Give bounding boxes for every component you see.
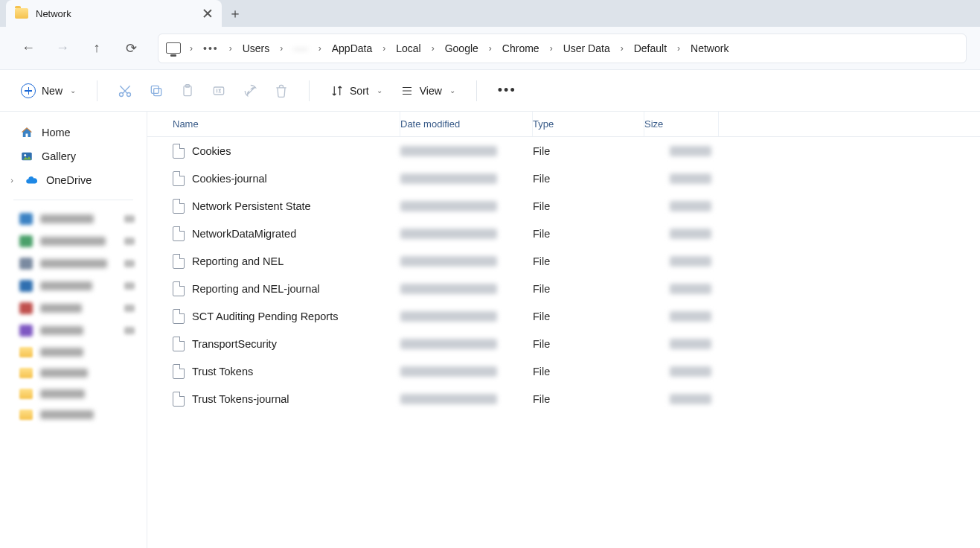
share-button[interactable] <box>236 77 264 105</box>
sidebar-item-redacted[interactable] <box>4 297 142 319</box>
chevron-right-icon[interactable]: › <box>275 43 287 54</box>
sidebar-item-redacted[interactable] <box>4 363 142 383</box>
delete-button[interactable] <box>267 77 295 105</box>
file-type: File <box>533 200 550 212</box>
column-name[interactable]: Name ⌃ <box>165 112 400 136</box>
file-icon <box>173 226 185 241</box>
rename-button[interactable] <box>205 77 233 105</box>
file-icon <box>173 254 185 269</box>
breadcrumb-item-redacted[interactable]: ····· <box>289 39 312 57</box>
column-date[interactable]: Date modified <box>400 112 533 136</box>
paste-button[interactable] <box>173 77 202 105</box>
file-name: Reporting and NEL-journal <box>192 283 320 295</box>
sidebar-item-redacted[interactable] <box>4 252 142 275</box>
new-button[interactable]: New ⌄ <box>13 79 83 103</box>
chevron-right-icon[interactable]: › <box>378 43 390 54</box>
file-type: File <box>533 310 550 322</box>
chevron-right-icon[interactable]: › <box>673 43 685 54</box>
main: Home Gallery › OneDrive <box>0 112 980 548</box>
chevron-right-icon[interactable]: › <box>484 43 496 54</box>
file-row[interactable]: Trust TokensFile <box>147 357 980 385</box>
sort-icon <box>330 84 344 98</box>
file-row[interactable]: NetworkDataMigratedFile <box>147 220 980 247</box>
breadcrumb-item[interactable]: Users <box>238 39 275 57</box>
svg-point-1 <box>127 92 131 96</box>
view-icon <box>400 84 414 98</box>
sidebar-item-onedrive[interactable]: › OneDrive <box>4 168 142 192</box>
new-tab-button[interactable]: ＋ <box>222 0 249 27</box>
breadcrumb-item[interactable]: Google <box>441 39 483 57</box>
sidebar-item-redacted[interactable] <box>4 230 142 252</box>
file-name: Trust Tokens-journal <box>192 393 289 405</box>
cut-button[interactable] <box>111 77 139 105</box>
breadcrumb-item[interactable]: Chrome <box>498 39 544 57</box>
file-type: File <box>533 338 550 350</box>
file-row[interactable]: Reporting and NEL-journalFile <box>147 275 980 302</box>
forward-button[interactable] <box>48 34 77 63</box>
file-icon <box>173 199 185 214</box>
file-row[interactable]: CookiesFile <box>147 137 980 165</box>
column-size[interactable]: Size <box>644 112 719 136</box>
size-redacted <box>670 201 711 211</box>
breadcrumb-overflow[interactable]: ••• <box>199 42 223 54</box>
chevron-right-icon[interactable]: › <box>225 43 237 54</box>
more-button[interactable]: ••• <box>490 78 524 103</box>
chevron-down-icon: ⌄ <box>377 86 382 95</box>
file-row[interactable]: SCT Auditing Pending ReportsFile <box>147 302 980 330</box>
file-row[interactable]: TransportSecurityFile <box>147 330 980 357</box>
refresh-button[interactable] <box>116 34 146 63</box>
file-row[interactable]: Cookies-journalFile <box>147 165 980 192</box>
file-name: Network Persistent State <box>192 200 311 212</box>
breadcrumb-item[interactable]: Network <box>686 39 733 57</box>
date-redacted <box>400 311 497 322</box>
sidebar-item-home[interactable]: Home <box>4 121 142 144</box>
chevron-right-icon[interactable]: › <box>616 43 628 54</box>
view-button[interactable]: View ⌄ <box>393 80 463 102</box>
copy-button[interactable] <box>142 77 170 105</box>
date-redacted <box>400 201 497 211</box>
file-row[interactable]: Reporting and NELFile <box>147 247 980 275</box>
sidebar-item-redacted[interactable] <box>4 383 142 404</box>
cloud-icon <box>24 173 39 187</box>
chevron-right-icon[interactable]: › <box>545 43 557 54</box>
file-name: NetworkDataMigrated <box>192 228 296 240</box>
size-redacted <box>670 366 711 377</box>
sidebar-item-redacted[interactable] <box>4 342 142 363</box>
chevron-right-icon[interactable]: › <box>7 176 16 185</box>
chevron-right-icon[interactable]: › <box>185 43 197 54</box>
sidebar-item-label: OneDrive <box>46 174 92 186</box>
back-button[interactable] <box>13 34 43 63</box>
sidebar-item-redacted[interactable] <box>4 319 142 342</box>
close-icon[interactable] <box>202 8 213 19</box>
file-icon <box>173 392 185 407</box>
file-row[interactable]: Network Persistent StateFile <box>147 192 980 220</box>
breadcrumb-item[interactable]: Default <box>630 39 671 57</box>
sidebar-item-redacted[interactable] <box>4 208 142 230</box>
column-label: Name <box>173 118 199 130</box>
breadcrumb-item[interactable]: User Data <box>559 39 615 57</box>
breadcrumb-item[interactable]: AppData <box>327 39 377 57</box>
thispc-icon[interactable] <box>166 42 181 54</box>
breadcrumb[interactable]: › ••• › Users › ····· › AppData › Local … <box>158 34 967 63</box>
file-pane: Name ⌃ Date modified Type Size CookiesFi… <box>147 112 980 548</box>
sort-button[interactable]: Sort ⌄ <box>323 80 390 102</box>
breadcrumb-item[interactable]: Local <box>391 39 425 57</box>
new-label: New <box>42 85 63 97</box>
tab-network[interactable]: Network <box>6 0 222 27</box>
file-row[interactable]: Trust Tokens-journalFile <box>147 385 980 412</box>
up-button[interactable] <box>82 34 112 63</box>
file-type: File <box>533 366 550 377</box>
sidebar-item-label: Home <box>42 127 71 138</box>
sidebar-item-gallery[interactable]: Gallery <box>4 144 142 168</box>
svg-rect-3 <box>151 86 158 93</box>
column-type[interactable]: Type <box>533 112 644 136</box>
sidebar-item-redacted[interactable] <box>4 275 142 297</box>
column-label: Date modified <box>400 118 460 130</box>
separator <box>309 80 310 101</box>
sidebar-item-redacted[interactable] <box>4 404 142 425</box>
file-type: File <box>533 283 550 295</box>
size-redacted <box>670 284 711 294</box>
tab-title: Network <box>36 8 195 19</box>
chevron-right-icon[interactable]: › <box>314 43 326 54</box>
chevron-right-icon[interactable]: › <box>427 43 439 54</box>
